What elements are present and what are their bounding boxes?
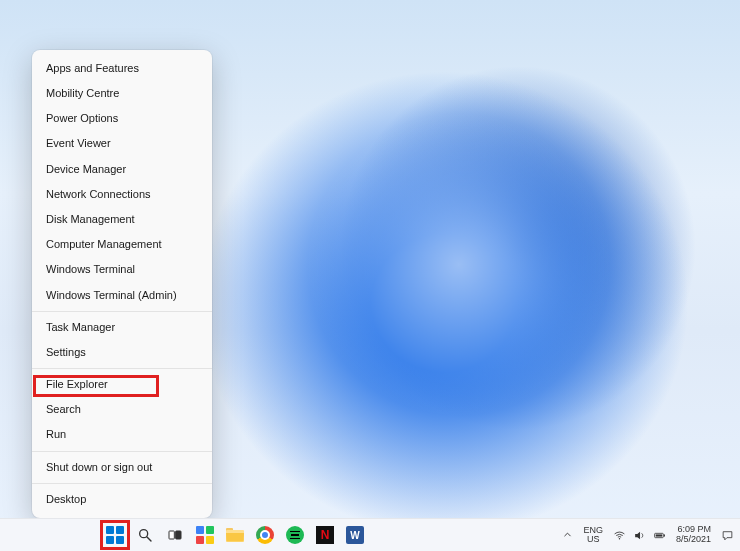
svg-point-4: [619, 538, 620, 539]
volume-icon: [633, 529, 646, 542]
menu-separator: [32, 483, 212, 484]
menu-separator: [32, 311, 212, 312]
task-view-button[interactable]: [164, 524, 186, 546]
menu-item-power-options[interactable]: Power Options: [32, 106, 212, 131]
menu-item-run[interactable]: Run: [32, 422, 212, 447]
svg-rect-6: [664, 534, 665, 536]
netflix-button[interactable]: N: [314, 524, 336, 546]
taskbar-pinned-apps: N W: [104, 524, 366, 546]
taskbar: N W ENG US: [0, 518, 740, 551]
tray-status-icons[interactable]: [613, 529, 666, 542]
menu-item-file-explorer[interactable]: File Explorer: [32, 372, 212, 397]
winx-context-menu: Apps and Features Mobility Centre Power …: [32, 50, 212, 518]
widgets-button[interactable]: [194, 524, 216, 546]
menu-item-disk-management[interactable]: Disk Management: [32, 207, 212, 232]
desktop: Apps and Features Mobility Centre Power …: [0, 0, 740, 551]
start-button[interactable]: [104, 524, 126, 546]
menu-item-shut-down-or-sign-out[interactable]: Shut down or sign out: [32, 455, 212, 480]
language-indicator[interactable]: ENG US: [583, 526, 603, 544]
menu-item-task-manager[interactable]: Task Manager: [32, 315, 212, 340]
menu-item-event-viewer[interactable]: Event Viewer: [32, 131, 212, 156]
windows-logo-icon: [106, 526, 124, 544]
menu-item-apps-and-features[interactable]: Apps and Features: [32, 56, 212, 81]
spotify-icon: [286, 526, 304, 544]
svg-rect-3: [176, 531, 181, 539]
clock-date: 8/5/2021: [676, 535, 711, 545]
menu-separator: [32, 368, 212, 369]
system-tray: ENG US 6:09 PM 8/5/2021: [562, 525, 734, 545]
notifications-button[interactable]: [721, 529, 734, 542]
file-explorer-button[interactable]: [224, 524, 246, 546]
svg-rect-7: [656, 534, 663, 536]
word-button[interactable]: W: [344, 524, 366, 546]
task-view-icon: [167, 527, 183, 543]
language-bottom: US: [583, 535, 603, 544]
menu-item-mobility-centre[interactable]: Mobility Centre: [32, 81, 212, 106]
menu-item-windows-terminal[interactable]: Windows Terminal: [32, 257, 212, 282]
menu-item-network-connections[interactable]: Network Connections: [32, 182, 212, 207]
clock[interactable]: 6:09 PM 8/5/2021: [676, 525, 711, 545]
menu-item-desktop[interactable]: Desktop: [32, 487, 212, 512]
menu-item-settings[interactable]: Settings: [32, 340, 212, 365]
spotify-button[interactable]: [284, 524, 306, 546]
chrome-icon: [256, 526, 274, 544]
netflix-icon: N: [316, 526, 334, 544]
widgets-icon: [196, 526, 214, 544]
wifi-icon: [613, 529, 626, 542]
svg-point-0: [140, 530, 148, 538]
menu-separator: [32, 451, 212, 452]
chrome-button[interactable]: [254, 524, 276, 546]
search-button[interactable]: [134, 524, 156, 546]
menu-item-computer-management[interactable]: Computer Management: [32, 232, 212, 257]
svg-rect-2: [169, 531, 174, 539]
menu-item-windows-terminal-admin[interactable]: Windows Terminal (Admin): [32, 283, 212, 308]
menu-item-search[interactable]: Search: [32, 397, 212, 422]
search-icon: [137, 527, 153, 543]
battery-icon: [653, 529, 666, 542]
svg-line-1: [147, 537, 151, 541]
word-icon: W: [346, 526, 364, 544]
chat-bubble-icon: [721, 529, 734, 542]
folder-icon: [226, 528, 244, 542]
tray-overflow-button[interactable]: [562, 529, 573, 542]
chevron-up-icon: [562, 529, 573, 540]
menu-item-device-manager[interactable]: Device Manager: [32, 157, 212, 182]
